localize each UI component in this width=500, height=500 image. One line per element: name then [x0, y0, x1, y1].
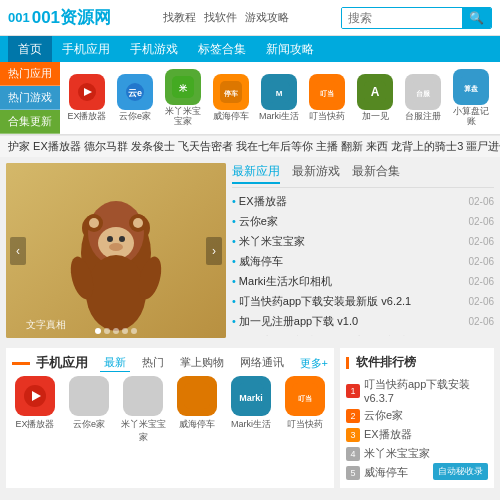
header-left: 001 001资源网: [8, 6, 111, 29]
news-title: 米丫米宝宝家: [232, 234, 305, 249]
category-tabs: 热门应用 热门游戏 合集更新: [0, 62, 60, 134]
rank-list: 1 叮当快药app下载安装 v6.3.7 2 云你e家 3 EX播放器 4 米丫…: [346, 375, 488, 482]
news-item[interactable]: 云你e家 02-06: [232, 212, 494, 232]
svg-point-26: [107, 236, 113, 242]
nav-home[interactable]: 首页: [8, 36, 52, 62]
header: 001 001资源网 找教程 找软件 游戏攻略 🔍: [0, 0, 500, 36]
news-item[interactable]: 加一见注册app下载 v1.0 02-06: [232, 312, 494, 332]
sub-tab-hot[interactable]: 热门: [138, 354, 168, 372]
news-title: 加一见注册app下载 v1.0: [232, 314, 358, 329]
app-item-marki[interactable]: M Marki生活: [258, 74, 300, 122]
news-date: 02-06: [468, 296, 494, 307]
rank-item-4[interactable]: 4 米丫米宝宝家: [346, 444, 488, 463]
news-item[interactable]: 叮当快药app下载安装最新版 v6.2.1 02-06: [232, 292, 494, 312]
app-item-tai[interactable]: 台服 台服注册: [402, 74, 444, 122]
slide-prev[interactable]: ‹: [10, 237, 26, 265]
news-title: 威海停车: [232, 254, 283, 269]
bottom-header: 手机应用 最新 热门 掌上购物 网络通讯 更多+: [12, 354, 328, 372]
main-content: 文字真相 ‹ › 最新应用 最新游戏 最新合集 EX播放器 02-06 云你e家: [0, 157, 500, 342]
sub-tab-shop[interactable]: 掌上购物: [176, 354, 228, 372]
link-tutorial[interactable]: 找教程: [163, 10, 196, 25]
bottom-app-2[interactable]: 米丫米宝宝家: [120, 376, 166, 444]
rank-item-2[interactable]: 2 云你e家: [346, 406, 488, 425]
sub-tab-net[interactable]: 网络通讯: [236, 354, 288, 372]
rank-num-2: 2: [346, 409, 360, 423]
cat-tab-game[interactable]: 热门游戏: [0, 86, 60, 110]
nav-tags[interactable]: 标签合集: [188, 36, 256, 62]
ranking-header: 软件排行榜: [346, 354, 488, 371]
svg-point-28: [109, 243, 123, 251]
news-item[interactable]: 威海停车 02-06: [232, 252, 494, 272]
search-box: 🔍: [341, 7, 492, 29]
sub-tab-new[interactable]: 最新: [100, 354, 130, 372]
bottom-icon-4: Marki: [231, 376, 271, 416]
news-tabs: 最新应用 最新游戏 最新合集: [232, 163, 494, 188]
rank-item-5[interactable]: 5 威海停车: [346, 463, 488, 482]
slide-next[interactable]: ›: [206, 237, 222, 265]
news-tab-app[interactable]: 最新应用: [232, 163, 280, 184]
svg-point-30: [89, 218, 99, 228]
app-name-ex: EX播放器: [67, 112, 106, 122]
app-name-marki: Marki生活: [259, 112, 299, 122]
app-icon-yun: 云e: [117, 74, 153, 110]
link-software[interactable]: 找软件: [204, 10, 237, 25]
two-col-section: 手机应用 最新 热门 掌上购物 网络通讯 更多+ EX播放器 云你e家: [0, 342, 500, 492]
app-item-mi[interactable]: 米 米丫米宝宝家: [162, 69, 204, 127]
nav-mobile-app[interactable]: 手机应用: [52, 36, 120, 62]
cat-tab-app[interactable]: 热门应用: [0, 62, 60, 86]
app-name-suanpan: 小算盘记账: [450, 107, 492, 127]
dot-3[interactable]: [113, 328, 119, 334]
app-item-weihai[interactable]: 停车 威海停车: [210, 74, 252, 122]
nav-news[interactable]: 新闻攻略: [256, 36, 324, 62]
more-link[interactable]: 更多+: [300, 356, 328, 371]
slideshow[interactable]: 文字真相 ‹ ›: [6, 163, 226, 338]
svg-text:M: M: [276, 89, 283, 98]
news-item[interactable]: 米丫米宝宝家 02-06: [232, 232, 494, 252]
bottom-title: 手机应用: [12, 354, 88, 372]
app-item-a[interactable]: A 加一见: [354, 74, 396, 122]
app-item-yun[interactable]: 云e 云你e家: [114, 74, 156, 122]
dot-1[interactable]: [95, 328, 101, 334]
app-name-yun: 云你e家: [119, 112, 151, 122]
news-tab-collection[interactable]: 最新合集: [352, 163, 400, 184]
search-input[interactable]: [342, 8, 462, 28]
svg-text:文字真相: 文字真相: [26, 319, 66, 330]
news-item[interactable]: EX播放器 02-06: [232, 192, 494, 212]
dot-5[interactable]: [131, 328, 137, 334]
bottom-app-0[interactable]: EX播放器: [12, 376, 58, 444]
news-tab-game[interactable]: 最新游戏: [292, 163, 340, 184]
logo-001: 001: [8, 10, 30, 25]
svg-text:Marki: Marki: [239, 393, 263, 403]
nav-mobile-game[interactable]: 手机游戏: [120, 36, 188, 62]
rank-num-5: 5: [346, 466, 360, 480]
bottom-app-3[interactable]: 威海停车: [174, 376, 220, 444]
cat-tab-collection[interactable]: 合集更新: [0, 110, 60, 134]
news-title: 云你e家: [232, 214, 278, 229]
svg-text:停车: 停车: [223, 89, 239, 97]
app-item-suanpan[interactable]: 算盘 小算盘记账: [450, 69, 492, 127]
right-col: 软件排行榜 1 叮当快药app下载安装 v6.3.7 2 云你e家 3 EX播放…: [340, 348, 494, 488]
news-title: EX播放器: [232, 194, 287, 209]
bottom-app-name-5: 叮当快药: [287, 418, 323, 431]
svg-text:算盘: 算盘: [464, 84, 479, 92]
news-item[interactable]: 台服注册输入法(google注册输入法) 02-06: [232, 332, 494, 336]
dot-4[interactable]: [122, 328, 128, 334]
rank-num-4: 4: [346, 447, 360, 461]
rank-item-1[interactable]: 1 叮当快药app下载安装 v6.3.7: [346, 375, 488, 406]
svg-text:米: 米: [178, 84, 188, 93]
bottom-app-5[interactable]: 叮当 叮当快药: [282, 376, 328, 444]
app-icon-dingdang: 叮当: [309, 74, 345, 110]
app-item-dingdang[interactable]: 叮当 叮当快药: [306, 74, 348, 122]
news-item[interactable]: Marki生活水印相机 02-06: [232, 272, 494, 292]
bottom-app-1[interactable]: 云你e家: [66, 376, 112, 444]
search-button[interactable]: 🔍: [462, 8, 491, 28]
news-list: EX播放器 02-06 云你e家 02-06 米丫米宝宝家 02-06 威海停车…: [232, 192, 494, 336]
bottom-app-4[interactable]: Marki Marki生活: [228, 376, 274, 444]
rank-name-1: 叮当快药app下载安装 v6.3.7: [364, 377, 488, 404]
rank-item-3[interactable]: 3 EX播放器: [346, 425, 488, 444]
dot-2[interactable]: [104, 328, 110, 334]
news-title: Marki生活水印相机: [232, 274, 332, 289]
link-game[interactable]: 游戏攻略: [245, 10, 289, 25]
logo[interactable]: 001 001资源网: [8, 6, 111, 29]
app-item-ex[interactable]: EX播放器: [66, 74, 108, 122]
